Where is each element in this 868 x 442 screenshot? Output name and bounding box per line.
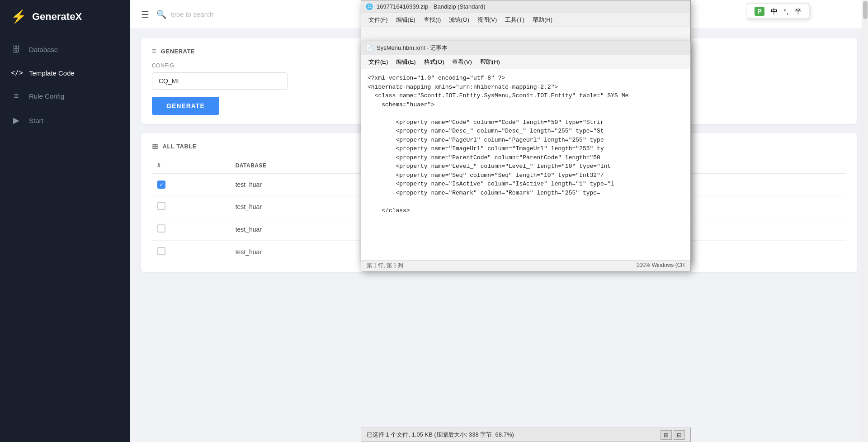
bandizip-title-icon: 🌐: [366, 3, 373, 10]
table-cell-checkbox[interactable]: [152, 195, 230, 218]
ime-char-degree: °,: [784, 8, 788, 15]
generate-section-label: GENERATE: [161, 48, 195, 55]
sidebar-item-label: Rule Config: [29, 92, 64, 100]
sidebar-item-label: Template Code: [29, 69, 75, 77]
checkbox-unchecked[interactable]: [157, 224, 165, 233]
database-icon: 🗄: [11, 45, 22, 54]
bandizip-menu-edit[interactable]: 编辑(E): [392, 14, 419, 25]
bandizip-titlebar: 🌐 1697716416939.zip - Bandizip (Standard…: [361, 0, 690, 13]
table-cell-checkbox[interactable]: [152, 241, 230, 263]
notepad-titlebar: 📄 SysMenu.hbm.xml - 记事本: [361, 41, 690, 55]
logo-icon: ⚡: [11, 9, 27, 24]
bandizip-menu-tools[interactable]: 工具(T): [501, 14, 528, 25]
ime-logo-icon: P: [755, 7, 764, 16]
ime-char-zhong: 中: [771, 7, 778, 16]
bandizip-title: 1697716416939.zip - Bandizip (Standard): [377, 3, 486, 10]
main-content: ☰ 🔍 type to search ≡ GENERATE CONFIG GEN…: [130, 0, 868, 442]
logo: ⚡ GenerateX: [0, 0, 130, 33]
bandizip-status-text: 已选择 1 个文件, 1.05 KB (压缩后大小: 338 字节, 68.7%…: [367, 431, 514, 439]
sidebar-nav: 🗄 Database </> Template Code ≡ Rule Conf…: [0, 33, 130, 137]
template-code-icon: </>: [11, 69, 22, 77]
bandizip-view-grid-icon[interactable]: ⊟: [674, 430, 685, 440]
notepad-title-icon: 📄: [366, 45, 373, 52]
bandizip-menu-view[interactable]: 视图(V): [474, 14, 500, 25]
table-cell-checkbox[interactable]: ✓: [152, 174, 230, 195]
notepad-content-area: <?xml version="1.0" encoding="utf-8" ?> …: [361, 69, 690, 260]
bandizip-menu-file[interactable]: 文件(F): [365, 14, 392, 25]
bandizip-view-list-icon[interactable]: ⊞: [660, 430, 672, 440]
rule-config-icon: ≡: [11, 91, 22, 101]
notepad-menubar: 文件(E) 编辑(E) 格式(O) 查看(V) 帮助(H): [361, 55, 690, 69]
bandizip-menu-help[interactable]: 帮助(H): [529, 14, 556, 25]
notepad-menu-file[interactable]: 文件(E): [365, 57, 392, 67]
notepad-menu-edit[interactable]: 编辑(E): [392, 57, 419, 67]
notepad-window[interactable]: 📄 SysMenu.hbm.xml - 记事本 文件(E) 编辑(E) 格式(O…: [361, 41, 691, 271]
bandizip-menu-filter[interactable]: 滤镜(O): [445, 14, 473, 25]
sidebar-item-rule-config[interactable]: ≡ Rule Config: [0, 85, 130, 107]
table-section-label: ALL TABLE: [163, 143, 197, 150]
bandizip-view-icons: ⊞ ⊟: [660, 430, 685, 440]
sidebar-item-label: Start: [29, 117, 43, 124]
ime-bar: P 中 °, 半: [747, 4, 809, 19]
sidebar: ⚡ GenerateX 🗄 Database </> Template Code…: [0, 0, 130, 442]
bandizip-menubar: 文件(F) 编辑(E) 查找(I) 滤镜(O) 视图(V) 工具(T) 帮助(H…: [361, 13, 690, 27]
search-bar: 🔍 type to search: [156, 10, 213, 19]
bandizip-menu-find[interactable]: 查找(I): [420, 14, 444, 25]
notepad-menu-help[interactable]: 帮助(H): [476, 57, 504, 67]
table-cell-checkbox[interactable]: [152, 218, 230, 241]
search-placeholder: type to search: [171, 10, 213, 18]
generate-icon: ≡: [152, 47, 156, 55]
checkbox-checked[interactable]: ✓: [157, 181, 165, 189]
menu-icon[interactable]: ☰: [141, 9, 149, 20]
notepad-status-right: 100% Windows (CR: [637, 262, 685, 270]
notepad-title: SysMenu.hbm.xml - 记事本: [377, 44, 448, 52]
notepad-menu-format[interactable]: 格式(O): [420, 57, 448, 67]
notepad-menu-view[interactable]: 查看(V): [448, 57, 475, 67]
col-hash: #: [152, 158, 230, 174]
notepad-statusbar: 第 1 行, 第 1 列 100% Windows (CR: [361, 260, 690, 271]
checkbox-unchecked[interactable]: [157, 247, 165, 255]
generate-button[interactable]: GENERATE: [152, 97, 219, 115]
config-input[interactable]: [152, 72, 288, 90]
checkbox-unchecked[interactable]: [157, 202, 165, 210]
sidebar-item-template-code[interactable]: </> Template Code: [0, 62, 130, 83]
sidebar-item-label: Database: [29, 46, 58, 53]
ime-char-half: 半: [795, 7, 802, 16]
notepad-status-left: 第 1 行, 第 1 列: [367, 262, 403, 270]
bandizip-statusbar: 已选择 1 个文件, 1.05 KB (压缩后大小: 338 字节, 68.7%…: [361, 428, 691, 442]
logo-text: GenerateX: [32, 11, 82, 23]
table-icon: ⊞: [152, 142, 158, 151]
start-icon: ▶: [11, 115, 22, 125]
search-icon: 🔍: [156, 10, 166, 19]
sidebar-item-database[interactable]: 🗄 Database: [0, 38, 130, 61]
sidebar-item-start[interactable]: ▶ Start: [0, 109, 130, 132]
